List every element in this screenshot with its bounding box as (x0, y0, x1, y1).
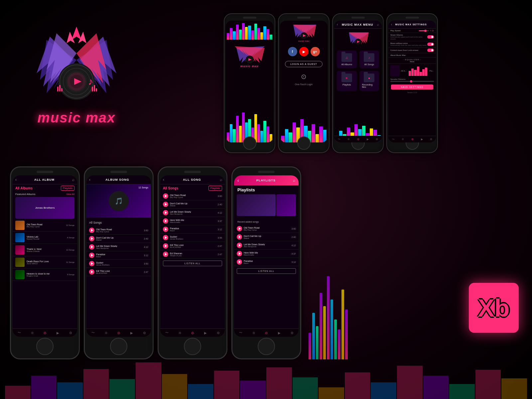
googleplus-btn[interactable]: g+ (311, 47, 320, 56)
svg-rect-18 (57, 87, 59, 92)
svg-rect-20 (61, 88, 63, 92)
menu-recording[interactable]: ● Recording files (359, 71, 379, 91)
search-btn-all-song[interactable]: ⌕ (220, 177, 222, 182)
menu-all-songs[interactable]: ♪ All Songs (359, 51, 379, 68)
recording-label: Recording files (362, 84, 377, 88)
logo-area: ♪ music max (13, 10, 140, 126)
menu-all-albums[interactable]: ♫ All Albums (337, 51, 357, 68)
svg-rect-23 (96, 88, 97, 92)
all-albums-label: All Albums (341, 63, 352, 66)
phone-all-album: ‹ ALL ALBUM ⌕ All Albums Playlists Featu… (10, 166, 80, 359)
top-phones-row: ♪ music max (143, 10, 519, 153)
logo-graphic: ♪ (30, 20, 123, 106)
listen-all-btn-song[interactable]: LISTEN ALL (163, 261, 222, 266)
playlists-label: Playlists (342, 84, 351, 86)
youtube-btn[interactable]: ▶ (299, 47, 309, 56)
view-all-btn[interactable]: View All (66, 193, 74, 195)
svg-text:♪: ♪ (88, 76, 93, 87)
playlists-header-title: PLAYLISTS (256, 179, 276, 182)
bottom-row: ‹ ALL ALBUM ⌕ All Albums Playlists Featu… (0, 163, 532, 389)
app-container: ♪ music max (0, 0, 532, 399)
songs-count-badge: 12 Songs (138, 186, 148, 189)
top-row: ♪ music max (0, 0, 532, 163)
save-settings-btn[interactable]: SAVE SETTINGS (391, 85, 433, 90)
phone-playlists: ‹ PLAYLISTS ⌕ Playlists Recent ad (231, 166, 301, 359)
all-albums-section: All Albums (15, 186, 33, 190)
search-btn-album[interactable]: ⌕ (72, 177, 74, 182)
phone-all-song: ‹ ALL SONG ⌕ All Songs Playlists Old Tow… (158, 166, 227, 359)
svg-text:♪: ♪ (361, 41, 362, 44)
all-song-title: ALL SONG (164, 178, 220, 181)
all-album-title: ALL ALBUM (17, 178, 72, 181)
guest-login-btn[interactable]: LOGIN AS A GUEST (285, 61, 323, 67)
facebook-btn[interactable]: f (288, 47, 297, 56)
svg-marker-7 (71, 27, 81, 40)
playlists-section-title: Playlists (237, 187, 295, 192)
svg-text:♪: ♪ (253, 58, 255, 62)
phone-album-song: ‹ ALBUM SONG 🎵 12 Songs All Son (84, 166, 154, 359)
phone-menu: ‹ MUSIC MAX MENU ⌕ ♪ (332, 13, 384, 153)
svg-rect-19 (59, 85, 61, 92)
phone-settings: ‹ MUSIC MAX SETTINGS Play Speed 1.1x (386, 13, 438, 153)
svg-text:♪: ♪ (307, 34, 309, 38)
xd-badge: X d (469, 283, 519, 333)
phone-splash: ♪ music max (224, 13, 275, 153)
phone-login: ♪ music max f ▶ g+ LOGIN AS A GUEST ⊙ On… (278, 13, 330, 153)
app-title: music max (37, 110, 115, 126)
playlists-tab-btn[interactable]: Playlists (61, 186, 74, 191)
all-songs-section: All Songs (163, 186, 178, 190)
search-icon[interactable]: ⌕ (377, 23, 379, 26)
side-eq-decoration: X d (305, 166, 522, 359)
settings-title: MUSIC MAX SETTINGS (392, 23, 430, 26)
menu-playlists[interactable]: ≡ Playlists (337, 71, 357, 91)
menu-title: MUSIC MAX MENU (338, 23, 377, 26)
recent-label: Recent added songs (237, 221, 259, 223)
svg-rect-21 (92, 87, 93, 92)
album-song-title: ALBUM SONG (90, 178, 144, 181)
svg-rect-22 (94, 85, 95, 92)
playlists-tab-allsong[interactable]: Playlists (208, 186, 222, 191)
listen-all-btn-playlists[interactable]: LISTEN ALL (237, 268, 296, 274)
one-touch-label: One-Touch Login (295, 83, 313, 86)
back-btn-playlists[interactable]: ‹ (237, 178, 239, 183)
search-btn-playlists[interactable]: ⌕ (293, 178, 295, 183)
all-songs-label: All Songs (364, 63, 374, 66)
